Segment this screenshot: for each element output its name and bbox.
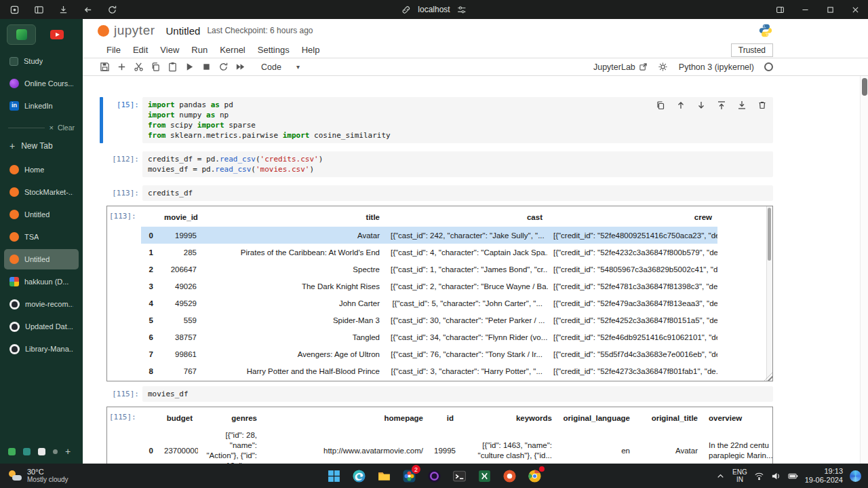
code-cell-1[interactable]: [15]: import pandas as pdimport numpy as… — [98, 97, 776, 143]
sidebar-item-movie-recom[interactable]: movie-recom... — [4, 294, 79, 314]
insert-cell-below-icon[interactable] — [737, 100, 747, 110]
youtube-pinned-tab[interactable] — [42, 24, 71, 45]
taskbar-orange-icon[interactable] — [500, 467, 518, 485]
code-editor[interactable]: credits_df — [142, 185, 773, 201]
move-cell-down-icon[interactable] — [696, 100, 706, 110]
language-indicator[interactable]: ENG IN — [732, 468, 747, 483]
sidebar-item-untitled[interactable]: Untitled — [4, 204, 79, 225]
save-button[interactable] — [99, 62, 110, 73]
close-button[interactable] — [843, 0, 868, 19]
insert-cell-button[interactable] — [116, 62, 127, 73]
run-cell-button[interactable] — [184, 62, 195, 73]
refresh-icon[interactable] — [107, 5, 117, 15]
sidebar-item-untitled[interactable]: Untitled — [4, 249, 79, 269]
browser-sidebar-icon[interactable] — [768, 0, 793, 19]
taskbar-photos-icon[interactable]: 2 — [400, 467, 418, 485]
site-info-icon[interactable] — [401, 5, 411, 15]
restart-run-all-button[interactable] — [235, 62, 245, 73]
table-row[interactable]: 2206647Spectre[{"cast_id": 1, "character… — [141, 261, 717, 278]
add-group-icon[interactable]: + — [65, 446, 71, 457]
volume-icon[interactable] — [771, 471, 781, 481]
duplicate-cell-icon[interactable] — [656, 100, 665, 110]
restart-kernel-button[interactable] — [218, 62, 229, 73]
gear-icon[interactable] — [658, 62, 669, 73]
delete-cell-icon[interactable] — [757, 100, 767, 110]
taskbar-terminal-icon[interactable] — [450, 467, 468, 485]
menu-help[interactable]: Help — [296, 45, 326, 55]
table-row[interactable]: 1285Pirates of the Caribbean: At World's… — [141, 244, 717, 261]
table-row[interactable]: 349026The Dark Knight Rises[{"cast_id": … — [141, 278, 717, 295]
copy-cells-button[interactable] — [150, 62, 161, 73]
scrollbar-thumb[interactable] — [862, 78, 867, 96]
insert-cell-above-icon[interactable] — [717, 100, 726, 110]
dataframe-output-box[interactable]: [113]: movie_idtitlecastcrew019995Avatar… — [106, 206, 773, 381]
sidebar-item-stockmarket[interactable]: StockMarket-... — [4, 182, 79, 202]
sidebar-item-online-cours[interactable]: Online Cours... — [4, 73, 79, 94]
menu-kernel[interactable]: Kernel — [214, 45, 252, 55]
address-bar[interactable]: localhost — [401, 5, 467, 15]
table-row[interactable]: 799861Avengers: Age of Ultron[{"cast_id"… — [141, 345, 717, 362]
address-text[interactable]: localhost — [418, 5, 450, 14]
sidebar-item-linkedin[interactable]: LinkedIn — [4, 96, 79, 116]
taskbar-browser-icon[interactable] — [526, 467, 543, 485]
table-row[interactable]: 449529John Carter[{"cast_id": 5, "charac… — [141, 295, 717, 312]
table-row[interactable]: 019995Avatar[{"cast_id": 242, "character… — [141, 227, 717, 244]
kernel-name[interactable]: Python 3 (ipykernel) — [679, 62, 754, 72]
tab-group-white-icon[interactable] — [38, 448, 45, 455]
code-cell-3[interactable]: [113]: credits_df — [98, 185, 776, 201]
sidebar-item-updated-dat[interactable]: Updated Dat... — [4, 316, 79, 337]
sidebar-item-tsa[interactable]: TSA — [4, 227, 79, 247]
menu-settings[interactable]: Settings — [252, 45, 296, 55]
sidebar-item-library-mana[interactable]: Library-Mana... — [4, 339, 79, 359]
cell-type-dropdown[interactable]: Code ▾ — [261, 62, 300, 72]
dataframe-output-box[interactable]: [115]: budgetgenreshomepageidkeywordsori… — [106, 407, 773, 464]
clear-button[interactable]: Clear — [58, 124, 75, 132]
tab-group-teal-icon[interactable] — [23, 448, 31, 455]
cut-cells-button[interactable] — [133, 62, 144, 73]
table-row[interactable]: 8767Harry Potter and the Half-Blood Prin… — [141, 362, 717, 379]
workspaces-icon[interactable] — [9, 5, 20, 15]
taskbar-start-icon[interactable] — [325, 467, 342, 485]
output-scrollbar[interactable] — [766, 206, 772, 381]
wifi-icon[interactable] — [754, 471, 764, 481]
sidebar-item-home[interactable]: Home — [4, 159, 79, 180]
menu-view[interactable]: View — [154, 45, 185, 55]
clock[interactable]: 19:13 19-06-2024 — [805, 467, 843, 485]
downloads-icon[interactable] — [58, 5, 68, 15]
weather-widget[interactable]: 30°C Mostly cloudy — [0, 468, 77, 484]
copilot-icon[interactable] — [850, 470, 861, 482]
taskbar-excel-icon[interactable] — [475, 467, 493, 485]
table-row[interactable]: 638757Tangled[{"cast_id": 34, "character… — [141, 329, 717, 345]
sidebar-item-hakkuun-d[interactable]: hakkuun (D... — [4, 271, 79, 292]
back-icon[interactable] — [83, 5, 93, 15]
tab-group-dot-icon[interactable] — [53, 449, 58, 454]
table-row[interactable]: 5559Spider-Man 3[{"cast_id": 30, "charac… — [141, 312, 717, 329]
battery-icon[interactable] — [788, 471, 798, 481]
maximize-button[interactable] — [818, 0, 843, 19]
code-cell-2[interactable]: [112]: credits_df = pd.read_csv('credits… — [98, 151, 776, 177]
code-editor[interactable]: movies_df — [142, 386, 773, 402]
active-pinned-tab[interactable] — [7, 24, 36, 45]
notebook-title[interactable]: Untitled — [166, 25, 201, 37]
code-cell-4[interactable]: [115]: movies_df — [98, 386, 776, 402]
page-scrollbar[interactable] — [860, 76, 868, 464]
taskbar-explorer-icon[interactable] — [375, 467, 393, 485]
menu-file[interactable]: File — [100, 45, 127, 55]
page-tools-icon[interactable] — [457, 5, 467, 15]
interrupt-kernel-button[interactable] — [201, 62, 212, 73]
trusted-badge[interactable]: Trusted — [731, 43, 773, 57]
table-row[interactable]: 0237000000[{"id": 28, "name": "Action"},… — [141, 428, 772, 464]
taskbar-edge-icon[interactable] — [350, 467, 368, 485]
scrollbar-thumb[interactable] — [768, 208, 771, 261]
paste-cells-button[interactable] — [167, 62, 178, 73]
tab-group-green-icon[interactable] — [8, 448, 16, 455]
tray-expand-icon[interactable] — [715, 471, 726, 481]
move-cell-up-icon[interactable] — [676, 100, 686, 110]
taskbar-media-icon[interactable] — [425, 467, 443, 485]
vertical-tabs-icon[interactable] — [34, 5, 44, 15]
sidebar-item-study[interactable]: Study — [4, 51, 79, 71]
minimize-button[interactable] — [793, 0, 818, 19]
menu-edit[interactable]: Edit — [127, 45, 154, 55]
new-tab-button[interactable]: + New Tab — [0, 134, 83, 157]
code-editor[interactable]: credits_df = pd.read_csv('credits.csv')m… — [142, 151, 773, 177]
